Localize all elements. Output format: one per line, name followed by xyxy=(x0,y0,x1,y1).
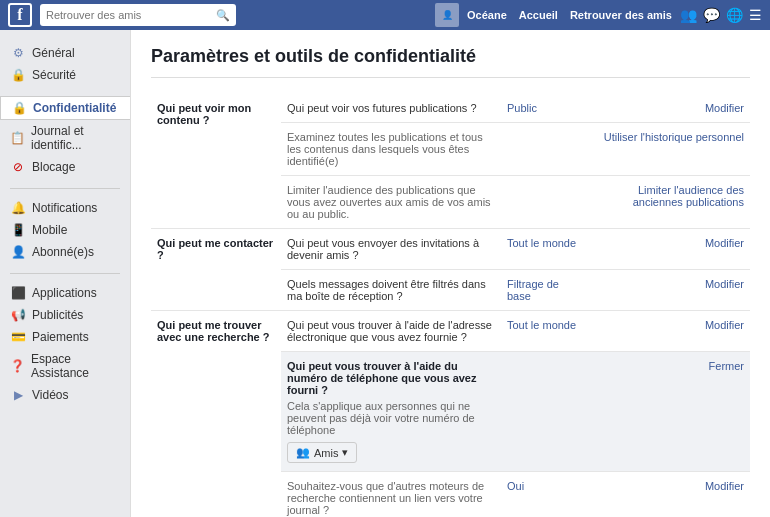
modify-link-2-1[interactable]: Modifier xyxy=(705,237,744,249)
row-action-3-2[interactable]: Fermer xyxy=(591,352,750,472)
row-sub-3-2: Qui peut vous trouver à l'aide du numéro… xyxy=(281,352,501,472)
sidebar-section-1: ⚙ Général 🔒 Sécurité xyxy=(0,42,130,86)
row-action-3-1[interactable]: Modifier xyxy=(591,311,750,352)
sidebar-section-4: ⬛ Applications 📢 Publicités 💳 Paiements … xyxy=(0,282,130,406)
row-sub-2-1: Qui peut vous envoyer des invitations à … xyxy=(281,229,501,270)
history-link[interactable]: Utiliser l'historique personnel xyxy=(604,131,744,143)
sidebar-item-general[interactable]: ⚙ Général xyxy=(0,42,130,64)
content-area: Paramètres et outils de confidentialité … xyxy=(130,30,770,517)
sidebar-label-security: Sécurité xyxy=(32,68,76,82)
row-action-2-1[interactable]: Modifier xyxy=(591,229,750,270)
nav-icons: 👥 💬 🌐 ☰ xyxy=(680,7,762,23)
sidebar-section-3: 🔔 Notifications 📱 Mobile 👤 Abonné(e)s xyxy=(0,197,130,263)
general-icon: ⚙ xyxy=(10,46,26,60)
row-action-2-2[interactable]: Modifier xyxy=(591,270,750,311)
sidebar-item-pay[interactable]: 💳 Paiements xyxy=(0,326,130,348)
row-sub-1-1: Qui peut voir vos futures publications ? xyxy=(281,94,501,123)
sidebar-label-privacy: Confidentialité xyxy=(33,101,116,115)
sidebar-label-block: Blocage xyxy=(32,160,75,174)
row-sub-1-3: Limiter l'audience des publications que … xyxy=(281,176,501,229)
nav-retrouver[interactable]: Retrouver des amis xyxy=(570,9,672,21)
espace-icon: ❓ xyxy=(10,359,25,373)
sidebar-label-videos: Vidéos xyxy=(32,388,68,402)
block-icon: ⊘ xyxy=(10,160,26,174)
modify-link-1-1[interactable]: Modifier xyxy=(705,102,744,114)
modify-link-3-3[interactable]: Modifier xyxy=(705,480,744,492)
row-val-1-2 xyxy=(501,123,591,176)
sidebar-item-block[interactable]: ⊘ Blocage xyxy=(0,156,130,178)
sidebar-item-pub[interactable]: 📢 Publicités xyxy=(0,304,130,326)
row-val-3-1: Tout le monde xyxy=(501,311,591,352)
limit-link[interactable]: Limiter l'audience des anciennes publica… xyxy=(633,184,744,208)
sidebar-label-abonne: Abonné(e)s xyxy=(32,245,94,259)
row-sub-detail-3-2: Cela s'applique aux personnes qui ne peu… xyxy=(287,400,495,436)
sidebar: ⚙ Général 🔒 Sécurité 🔒 Confidentialité 📋… xyxy=(0,30,130,517)
amis-icon: 👥 xyxy=(296,446,310,459)
search-icon: 🔍 xyxy=(216,9,230,22)
sidebar-label-mobile: Mobile xyxy=(32,223,67,237)
amis-dropdown-btn[interactable]: 👥 Amis ▾ xyxy=(287,442,357,463)
mobile-icon: 📱 xyxy=(10,223,26,237)
sidebar-label-general: Général xyxy=(32,46,75,60)
friends-icon[interactable]: 👥 xyxy=(680,7,697,23)
nav-accueil[interactable]: Accueil xyxy=(519,9,558,21)
notif-icon: 🔔 xyxy=(10,201,26,215)
row-action-1-1[interactable]: Modifier xyxy=(591,94,750,123)
sidebar-label-pay: Paiements xyxy=(32,330,89,344)
sidebar-item-app[interactable]: ⬛ Applications xyxy=(0,282,130,304)
sidebar-item-journal[interactable]: 📋 Journal et identific... xyxy=(0,120,130,156)
sidebar-label-journal: Journal et identific... xyxy=(31,124,120,152)
section-label-search: Qui peut me trouver avec une recherche ? xyxy=(151,311,281,518)
menu-icon[interactable]: ☰ xyxy=(749,7,762,23)
user-avatar[interactable]: 👤 xyxy=(435,3,459,27)
sidebar-label-notif: Notifications xyxy=(32,201,97,215)
row-val-3-2 xyxy=(501,352,591,472)
top-nav: f 🔍 👤 Océane Accueil Retrouver des amis … xyxy=(0,0,770,30)
video-icon: ▶ xyxy=(10,388,26,402)
table-row: Qui peut me trouver avec une recherche ?… xyxy=(151,311,750,352)
pay-icon: 💳 xyxy=(10,330,26,344)
fermer-link[interactable]: Fermer xyxy=(709,360,744,372)
row-val-1-1: Public xyxy=(501,94,591,123)
row-sub-3-1: Qui peut vous trouver à l'aide de l'adre… xyxy=(281,311,501,352)
modify-link-2-2[interactable]: Modifier xyxy=(705,278,744,290)
row-action-1-3[interactable]: Limiter l'audience des anciennes publica… xyxy=(591,176,750,229)
sidebar-label-app: Applications xyxy=(32,286,97,300)
sidebar-item-espace[interactable]: ❓ Espace Assistance xyxy=(0,348,130,384)
facebook-logo[interactable]: f xyxy=(8,3,32,27)
modify-link-3-1[interactable]: Modifier xyxy=(705,319,744,331)
sidebar-divider-1 xyxy=(10,188,120,189)
main-layout: ⚙ Général 🔒 Sécurité 🔒 Confidentialité 📋… xyxy=(0,30,770,517)
sidebar-item-privacy[interactable]: 🔒 Confidentialité xyxy=(0,96,130,120)
globe-icon[interactable]: 🌐 xyxy=(726,7,743,23)
sidebar-item-mobile[interactable]: 📱 Mobile xyxy=(0,219,130,241)
nav-oceane[interactable]: Océane xyxy=(467,9,507,21)
section-label-contact: Qui peut me contacter ? xyxy=(151,229,281,311)
table-row: Qui peut voir mon contenu ? Qui peut voi… xyxy=(151,94,750,123)
sidebar-item-notif[interactable]: 🔔 Notifications xyxy=(0,197,130,219)
privacy-icon: 🔒 xyxy=(11,101,27,115)
sidebar-section-2: 🔒 Confidentialité 📋 Journal et identific… xyxy=(0,96,130,178)
row-action-1-2[interactable]: Utiliser l'historique personnel xyxy=(591,123,750,176)
row-val-2-1: Tout le monde xyxy=(501,229,591,270)
sidebar-label-espace: Espace Assistance xyxy=(31,352,120,380)
messages-icon[interactable]: 💬 xyxy=(703,7,720,23)
app-icon: ⬛ xyxy=(10,286,26,300)
sidebar-item-videos[interactable]: ▶ Vidéos xyxy=(0,384,130,406)
search-bar[interactable]: 🔍 xyxy=(40,4,236,26)
dropdown-arrow-icon: ▾ xyxy=(342,446,348,459)
sidebar-item-abonne[interactable]: 👤 Abonné(e)s xyxy=(0,241,130,263)
sidebar-item-security[interactable]: 🔒 Sécurité xyxy=(0,64,130,86)
page-title: Paramètres et outils de confidentialité xyxy=(151,46,750,78)
search-input[interactable] xyxy=(46,9,212,21)
journal-icon: 📋 xyxy=(10,131,25,145)
row-sub-2-2: Quels messages doivent être filtrés dans… xyxy=(281,270,501,311)
amis-label: Amis xyxy=(314,447,338,459)
section-label-content: Qui peut voir mon contenu ? xyxy=(151,94,281,229)
row-val-1-3 xyxy=(501,176,591,229)
row-action-3-3[interactable]: Modifier xyxy=(591,472,750,518)
pub-icon: 📢 xyxy=(10,308,26,322)
row-val-3-3: Oui xyxy=(501,472,591,518)
sidebar-label-pub: Publicités xyxy=(32,308,83,322)
abonne-icon: 👤 xyxy=(10,245,26,259)
